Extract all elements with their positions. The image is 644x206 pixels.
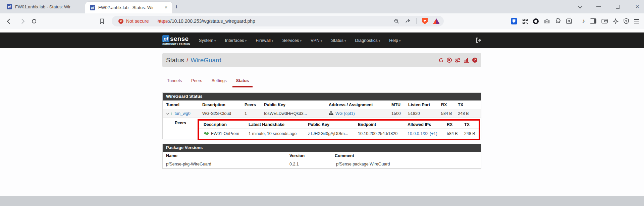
address-bar[interactable]: × Not secure https://10.10.200.253/wg/st… bbox=[112, 16, 444, 26]
help-icon[interactable]: ? bbox=[472, 58, 477, 63]
peer-description: FW01-OnPrem bbox=[211, 131, 239, 136]
bookmark-button[interactable] bbox=[97, 13, 107, 29]
bitwarden-icon[interactable] bbox=[511, 18, 517, 24]
col-tx: TX bbox=[458, 102, 481, 107]
tab-search-button[interactable] bbox=[574, 0, 585, 13]
col-peer-rx: RX bbox=[447, 122, 464, 127]
not-secure-label[interactable]: Not secure bbox=[126, 18, 149, 24]
browser-toolbar: × Not secure https://10.10.200.253/wg/st… bbox=[0, 13, 644, 29]
refresh-icon[interactable] bbox=[438, 58, 444, 63]
nav-item-vpn[interactable]: VPN▾ bbox=[311, 38, 322, 43]
col-name: Name bbox=[166, 153, 289, 158]
red-annotation-box: Description Latest Handshake Public Key … bbox=[198, 119, 480, 140]
pfsense-logo[interactable]: pf sense COMMUNITY EDITION bbox=[162, 35, 190, 46]
tab-peers[interactable]: Peers bbox=[187, 76, 206, 86]
expand-chevron-icon[interactable] bbox=[166, 111, 169, 115]
minimize-button[interactable] bbox=[593, 0, 604, 13]
peer-allowed-ips-link[interactable]: 10.0.0.1/32 (+1) bbox=[408, 131, 447, 136]
logout-button[interactable] bbox=[476, 38, 481, 43]
peer-endpoint: 10.10.200.254:51820 bbox=[358, 131, 408, 136]
tunnel-peer-count: 1 bbox=[245, 111, 264, 116]
col-latest-handshake: Latest Handshake bbox=[249, 122, 308, 127]
col-address-assignment: Address / Assignment bbox=[329, 102, 391, 107]
breadcrumb-page[interactable]: WireGuard bbox=[191, 57, 221, 64]
tunnel-up-icon: ↑ bbox=[170, 111, 173, 116]
back-button[interactable] bbox=[4, 13, 14, 29]
extension-ring-icon[interactable] bbox=[533, 18, 539, 24]
screenshot-search-icon[interactable] bbox=[566, 18, 572, 24]
tab-status[interactable]: Status bbox=[232, 76, 253, 87]
chart-icon[interactable] bbox=[464, 58, 469, 63]
new-tab-button[interactable]: + bbox=[172, 3, 180, 11]
pfsense-logo-pf: pf bbox=[162, 35, 169, 42]
url-rest: ://10.10.200.253/wg/status_wireguard.php bbox=[168, 18, 255, 24]
close-icon[interactable]: × bbox=[163, 5, 169, 11]
browser-tab-fw01[interactable]: pf FW01.anhlx.lab - Status: WireGuard bbox=[3, 0, 87, 13]
forward-button[interactable] bbox=[17, 13, 27, 29]
panel-title: Package Versions bbox=[163, 144, 481, 152]
close-window-button[interactable]: × bbox=[632, 0, 643, 13]
caret-down-icon: ▾ bbox=[272, 39, 273, 43]
nav-item-system[interactable]: System▾ bbox=[199, 38, 216, 43]
media-control-icon[interactable]: ♪ bbox=[582, 18, 585, 24]
restore-icon bbox=[616, 5, 620, 9]
wallet-icon[interactable] bbox=[601, 18, 608, 24]
browser-tab-bar: pf FW01.anhlx.lab - Status: WireGuard pf… bbox=[0, 0, 644, 13]
col-version: Version bbox=[289, 153, 335, 158]
qr-code-icon[interactable] bbox=[522, 18, 528, 24]
tab-title: FW01.anhlx.lab - Status: WireGuard bbox=[15, 4, 70, 9]
col-comment: Comment bbox=[335, 153, 481, 158]
leo-ai-sparkle-icon[interactable] bbox=[613, 18, 619, 24]
tab-tunnels[interactable]: Tunnels bbox=[163, 76, 185, 86]
nav-item-firewall[interactable]: Firewall▾ bbox=[256, 38, 273, 43]
url-scheme: https bbox=[158, 18, 168, 24]
nav-item-interfaces[interactable]: Interfaces▾ bbox=[225, 38, 247, 43]
record-icon[interactable] bbox=[447, 58, 452, 63]
package-table-header: Name Version Comment bbox=[163, 152, 481, 160]
peer-latest-handshake: 1 minute, 10 seconds ago bbox=[249, 131, 308, 136]
package-name: pfSense-pkg-WireGuard bbox=[166, 162, 289, 166]
peer-public-key: zTJHXGit0gAjDtSm... bbox=[308, 131, 358, 136]
extensions-puzzle-icon[interactable] bbox=[555, 18, 561, 24]
caret-down-icon: ▾ bbox=[214, 39, 216, 43]
pfsense-logo-sense: sense bbox=[170, 36, 189, 42]
package-row: pfSense-pkg-WireGuard 0.2.1 pfSense pack… bbox=[163, 160, 481, 168]
col-peer-description: Description bbox=[204, 122, 249, 127]
reload-button[interactable] bbox=[29, 13, 39, 29]
zoom-out-icon[interactable] bbox=[394, 18, 399, 24]
caret-down-icon: ▾ bbox=[245, 39, 247, 43]
col-description: Description bbox=[202, 102, 245, 107]
vpn-shield-icon[interactable] bbox=[624, 18, 629, 24]
chevron-down-icon bbox=[578, 4, 582, 9]
menu-icon[interactable] bbox=[634, 19, 639, 23]
peers-table-header: Description Latest Handshake Public Key … bbox=[199, 121, 479, 129]
col-endpoint: Endpoint bbox=[358, 122, 408, 127]
package-version: 0.2.1 bbox=[289, 162, 335, 166]
panel-title: WireGuard Status bbox=[163, 93, 481, 100]
col-peer-public-key: Public Key bbox=[308, 122, 358, 127]
brave-shield-icon[interactable] bbox=[422, 18, 428, 24]
bottom-strip bbox=[0, 196, 644, 206]
tunnel-description: WG-S2S-Cloud bbox=[202, 111, 245, 116]
share-icon[interactable] bbox=[405, 18, 411, 24]
nav-item-help[interactable]: Help▾ bbox=[389, 38, 400, 43]
col-rx: RX bbox=[441, 102, 458, 107]
sidebar-icon[interactable] bbox=[590, 18, 596, 24]
nav-item-services[interactable]: Services▾ bbox=[282, 38, 302, 43]
interface-assignment-link[interactable]: WG (opt1) bbox=[335, 111, 355, 116]
url-text[interactable]: https://10.10.200.253/wg/status_wireguar… bbox=[158, 18, 255, 24]
handshake-icon bbox=[204, 132, 209, 136]
tunnel-link[interactable]: tun_wg0 bbox=[175, 111, 191, 116]
tab-settings[interactable]: Settings bbox=[208, 76, 230, 86]
tunnel-rx: 584 B bbox=[441, 111, 458, 116]
sliders-icon[interactable] bbox=[455, 58, 461, 63]
pfsense-logo-tagline: COMMUNITY EDITION bbox=[162, 43, 190, 46]
brave-rewards-icon[interactable] bbox=[433, 18, 440, 24]
browser-tab-fw02[interactable]: pf FW02.anhlx.lab - Status: WireGua × bbox=[85, 2, 172, 13]
tunnel-row: ↑ tun_wg0 WG-S2S-Cloud 1 tosWELDwdHi+Qkd… bbox=[163, 109, 481, 118]
camera-icon[interactable] bbox=[544, 18, 550, 24]
restore-button[interactable] bbox=[612, 0, 623, 13]
nav-item-status[interactable]: Status▾ bbox=[331, 38, 346, 43]
nav-item-diagnostics[interactable]: Diagnostics▾ bbox=[355, 38, 380, 43]
peers-section: Peers Description Latest Handshake Publi… bbox=[163, 118, 481, 139]
